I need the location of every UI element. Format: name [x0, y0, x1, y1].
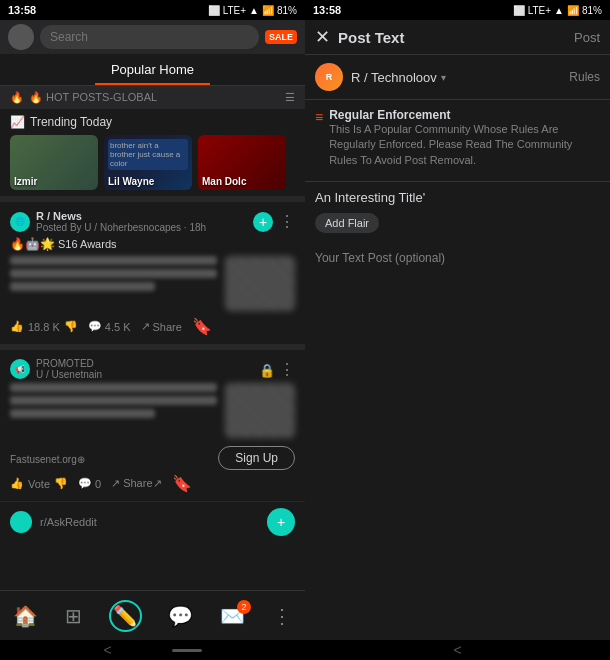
- upvote-icon-promo[interactable]: 👍: [10, 477, 24, 490]
- post-byline: Posted By U / Noherbesnocapes · 18h: [36, 222, 206, 233]
- grid-nav-icon[interactable]: ⊞: [65, 604, 82, 628]
- trending-cards: Izmir brother ain't a brother just cause…: [10, 135, 295, 190]
- promoted-url: Fastusenet.org⊕: [10, 454, 85, 465]
- promoted-content: [10, 383, 295, 438]
- comment-count: 4.5 K: [105, 321, 131, 333]
- create-nav-icon[interactable]: ✏️: [109, 600, 142, 632]
- header-title: Post Text: [338, 29, 404, 46]
- subreddit-name-display[interactable]: R / Technoloov ▾: [351, 70, 446, 85]
- awards-row: 🔥🤖🌟 S16 Awards: [10, 237, 295, 251]
- fire-icon: 🔥: [10, 91, 24, 104]
- downvote-icon-promo[interactable]: 👎: [54, 477, 68, 490]
- post-title-input-display[interactable]: An Interesting Title': [315, 190, 600, 205]
- add-flair-button[interactable]: Add Flair: [315, 213, 379, 233]
- rule-title: Regular Enforcement: [329, 108, 600, 122]
- post-editor: An Interesting Title' Add Flair Your Tex…: [305, 182, 610, 640]
- back-arrow[interactable]: <: [103, 642, 111, 658]
- time-right: 13:58: [313, 4, 341, 16]
- inbox-nav-icon[interactable]: ✉️ 2: [220, 604, 245, 628]
- status-icons-left: ⬜ LTE+ ▲ 📶 81%: [208, 5, 297, 16]
- sign-up-button[interactable]: Sign Up: [218, 446, 295, 470]
- post-thumbnail-promoted: [225, 383, 295, 438]
- promoted-user: U / Usenetnain: [36, 369, 102, 380]
- promoted-avatar: 📢: [10, 359, 30, 379]
- subreddit-selector-row: R R / Technoloov ▾ Rules: [305, 55, 610, 100]
- avatar[interactable]: [8, 24, 34, 50]
- dropdown-arrow-icon: ▾: [441, 72, 446, 83]
- trending-card-label: Izmir: [14, 176, 37, 187]
- more-options-button[interactable]: ⋮: [279, 212, 295, 231]
- time-left: 13:58: [8, 4, 36, 16]
- post-meta-news: R / News Posted By U / Noherbesnocapes ·…: [36, 210, 206, 233]
- trending-card-label-2: Lil Wayne: [108, 176, 154, 187]
- hot-posts-header: 🔥 🔥 HOT POSTS-GLOBAL ☰: [0, 86, 305, 109]
- subreddit-name: R / News: [36, 210, 82, 222]
- system-nav-left: <: [0, 640, 305, 660]
- sale-badge: SALE: [265, 30, 297, 44]
- search-input[interactable]: [40, 25, 259, 49]
- back-arrow-right[interactable]: <: [453, 642, 461, 658]
- bottom-nav-left: 🏠 ⊞ ✏️ 💬 ✉️ 2 ⋮: [0, 590, 305, 640]
- comment-icon-promo: 💬: [78, 477, 92, 490]
- share-button[interactable]: ↗ Share: [141, 320, 182, 333]
- askreddit-row[interactable]: r/AskReddit +: [0, 501, 305, 542]
- promoted-badge: PROMOTED: [36, 358, 102, 369]
- tab-popular-home[interactable]: Popular Home: [95, 54, 210, 85]
- vote-label-promo: Vote: [28, 478, 50, 490]
- trending-label: Trending Today: [30, 115, 112, 129]
- subreddit-avatar-news[interactable]: 🌐: [10, 212, 30, 232]
- post-content-news: [10, 256, 295, 311]
- community-rule: ≡ Regular Enforcement This Is A Popular …: [315, 108, 600, 168]
- more-nav-icon[interactable]: ⋮: [272, 604, 292, 628]
- post-header-news: 🌐 R / News Posted By U / Noherbesnocapes…: [10, 210, 295, 233]
- askreddit-join-button[interactable]: +: [267, 508, 295, 536]
- post-card-news: 🌐 R / News Posted By U / Noherbesnocapes…: [0, 196, 305, 344]
- promoted-vote[interactable]: 👍 Vote 👎: [10, 477, 68, 490]
- rule-icon: ≡: [315, 109, 323, 125]
- left-panel: 13:58 ⬜ LTE+ ▲ 📶 81% SALE Popular Home 🔥…: [0, 0, 305, 660]
- post-thumbnail-news: [225, 256, 295, 311]
- awards-count: S16 Awards: [58, 238, 117, 250]
- trending-card-izmir[interactable]: Izmir: [10, 135, 98, 190]
- more-options-promoted[interactable]: ⋮: [279, 361, 295, 378]
- nav-tabs: Popular Home: [0, 54, 305, 86]
- home-nav-icon[interactable]: 🏠: [13, 604, 38, 628]
- community-info-box: ≡ Regular Enforcement This Is A Popular …: [305, 100, 610, 182]
- award-icons: 🔥🤖🌟: [10, 237, 55, 251]
- trending-section: 📈 Trending Today Izmir brother ain't a b…: [0, 109, 305, 196]
- lock-icon: 🔒: [259, 363, 275, 378]
- close-button[interactable]: ✕: [315, 26, 330, 48]
- menu-icon[interactable]: ☰: [285, 91, 295, 104]
- chat-nav-icon[interactable]: 💬: [168, 604, 193, 628]
- comment-button-promo[interactable]: 💬 0: [78, 477, 101, 490]
- text-post-input[interactable]: Your Text Post (optional): [315, 251, 600, 265]
- home-pill[interactable]: [172, 649, 202, 652]
- blurred-text-1: [10, 256, 217, 265]
- share-icon: ↗: [141, 320, 150, 333]
- subscribe-button[interactable]: +: [253, 212, 273, 232]
- promoted-header: 📢 PROMOTED U / Usenetnain 🔒 ⋮: [10, 358, 295, 380]
- save-icon-promo[interactable]: 🔖: [172, 474, 192, 493]
- trending-card-lilwayne[interactable]: brother ain't a brother just cause a col…: [104, 135, 192, 190]
- sub-avatar: R: [315, 63, 343, 91]
- status-bar-right: 13:58 ⬜ LTE+ ▲ 📶 81%: [305, 0, 610, 20]
- trending-title: 📈 Trending Today: [10, 115, 295, 129]
- save-icon[interactable]: 🔖: [192, 317, 212, 336]
- comment-button[interactable]: 💬 4.5 K: [88, 320, 131, 333]
- trending-card-mandolc[interactable]: Man Dolc: [198, 135, 286, 190]
- blurred-text-3: [10, 282, 155, 291]
- inbox-badge: 2: [237, 600, 251, 614]
- downvote-icon[interactable]: 👎: [64, 320, 78, 333]
- vote-section[interactable]: 👍 18.8 K 👎: [10, 320, 78, 333]
- post-submit-button[interactable]: Post: [574, 30, 600, 45]
- post-title-text: An Interesting Title': [315, 190, 425, 205]
- hot-posts-label: 🔥 HOT POSTS-GLOBAL: [29, 91, 157, 104]
- post-actions-news: 👍 18.8 K 👎 💬 4.5 K ↗ Share 🔖: [10, 317, 295, 336]
- promo-text-2: [10, 396, 217, 405]
- share-button-promo[interactable]: ↗ Share↗: [111, 477, 161, 490]
- upvote-icon[interactable]: 👍: [10, 320, 24, 333]
- rules-button[interactable]: Rules: [569, 70, 600, 84]
- share-icon-promo: ↗: [111, 477, 120, 490]
- system-nav-right: <: [305, 640, 610, 660]
- askreddit-label: r/AskReddit: [40, 516, 97, 528]
